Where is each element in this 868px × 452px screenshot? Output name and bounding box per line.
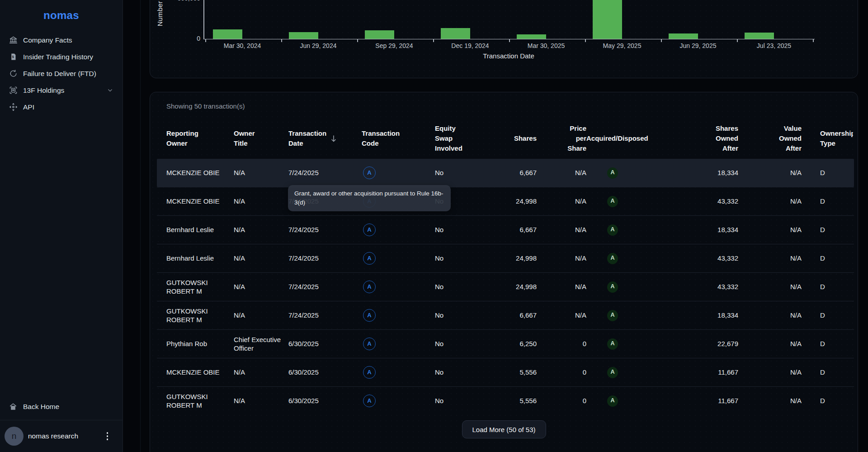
cell-price-per-share: 0	[537, 387, 586, 409]
acquired-badge[interactable]: A	[607, 367, 618, 378]
column-header-acquired-disposed[interactable]: Acquired/Disposed	[586, 118, 675, 159]
table-row[interactable]: Bernhard Leslie N/A 7/24/2025 A No 6,667…	[157, 215, 854, 244]
cell-owner-title: N/A	[234, 244, 288, 272]
transaction-code-badge[interactable]: A	[363, 281, 376, 293]
acquired-badge[interactable]: A	[607, 281, 618, 293]
acquired-badge[interactable]: A	[607, 224, 618, 236]
chevron-down-icon[interactable]	[107, 87, 113, 94]
cell-shares: 24,998	[503, 187, 537, 215]
cell-transaction-date: 7/24/2025	[288, 244, 362, 272]
acquired-badge[interactable]: A	[607, 167, 618, 179]
column-header-price-per-share[interactable]: Price per Share	[537, 118, 586, 159]
acquired-badge[interactable]: A	[607, 196, 618, 207]
bar-jun-29-2025[interactable]	[669, 33, 698, 39]
table-row[interactable]: MCKENZIE OBIE N/A 7/24/2025 A No 24,998 …	[157, 187, 854, 215]
cell-shares-owned-after: 43,332	[675, 273, 738, 301]
cell-reporting-owner: GUTKOWSKI ROBERT M	[157, 387, 234, 409]
column-header-label: Ownership Type	[820, 128, 853, 148]
column-header-reporting-owner[interactable]: Reporting Owner	[157, 118, 234, 159]
column-header-label: Owner Title	[234, 128, 255, 148]
cell-ownership-type: D	[802, 159, 853, 187]
table-row[interactable]: MCKENZIE OBIE N/A 7/24/2025 A No 6,667 N…	[157, 159, 854, 187]
table-header-row: Reporting OwnerOwner TitleTransaction Da…	[157, 118, 854, 159]
bar-mar-30-2025[interactable]	[517, 34, 546, 39]
main-content: Number of Shares 0 300,000 Transaction D…	[123, 0, 868, 452]
column-header-label: Equity Swap Involved	[435, 124, 462, 153]
sidebar-item-failure-to-deliver-ftd[interactable]: Failure to Deliver (FTD)	[0, 65, 123, 82]
cell-transaction-code: A	[362, 387, 435, 409]
cell-acquired-disposed: A	[586, 387, 675, 409]
column-header-label: Price per Share	[567, 124, 586, 153]
svg-text:$: $	[12, 55, 14, 59]
cell-transaction-code: A	[362, 216, 435, 244]
cell-ownership-type: D	[802, 187, 853, 215]
back-home-link[interactable]: Back Home	[0, 397, 123, 416]
table-row[interactable]: Phythian Rob Chief Executive Officer 6/3…	[157, 329, 854, 358]
table-row[interactable]: Bernhard Leslie N/A 7/24/2025 A No 24,99…	[157, 244, 854, 272]
cell-shares: 6,250	[503, 330, 537, 358]
bank-icon	[9, 36, 18, 44]
app-logo[interactable]: nomas	[0, 9, 123, 23]
acquired-badge[interactable]: A	[607, 253, 618, 264]
load-more-button[interactable]: Load More (50 of 53)	[462, 420, 546, 438]
table-row[interactable]: GUTKOWSKI ROBERT M N/A 7/24/2025 A No 6,…	[157, 301, 854, 329]
cell-owner-title: Chief Executive Officer	[234, 330, 288, 358]
acquired-badge[interactable]: A	[607, 395, 618, 407]
transaction-code-badge[interactable]: A	[363, 252, 376, 265]
transaction-code-badge[interactable]: A	[363, 395, 376, 407]
cell-reporting-owner: GUTKOWSKI ROBERT M	[157, 301, 234, 329]
user-menu[interactable]: n nomas research	[0, 420, 123, 452]
column-header-shares-owned-after[interactable]: Shares Owned After	[675, 118, 738, 159]
transaction-code-badge[interactable]: A	[363, 167, 376, 179]
table-row[interactable]: GUTKOWSKI ROBERT M N/A 7/24/2025 A No 24…	[157, 272, 854, 301]
cell-equity-swap: No	[435, 387, 503, 409]
table-row[interactable]: MCKENZIE OBIE N/A 6/30/2025 A No 5,556 0…	[157, 358, 854, 386]
sidebar-item-api[interactable]: API	[0, 99, 123, 115]
sidebar-item-label: API	[23, 103, 34, 111]
cell-transaction-date: 6/30/2025	[288, 330, 362, 358]
document-scan-icon	[9, 86, 18, 95]
acquired-badge[interactable]: A	[607, 338, 618, 350]
cell-reporting-owner: MCKENZIE OBIE	[157, 187, 234, 215]
column-header-value-owned-after[interactable]: Value Owned After	[738, 118, 802, 159]
transaction-code-badge[interactable]: A	[363, 366, 376, 379]
cell-acquired-disposed: A	[586, 273, 675, 301]
cell-ownership-type: D	[802, 216, 853, 244]
column-header-transaction-date[interactable]: Transaction Date	[288, 118, 362, 159]
kebab-menu-icon[interactable]	[106, 429, 109, 443]
sidebar-item-company-facts[interactable]: Company Facts	[0, 32, 123, 48]
column-header-equity-swap-involved[interactable]: Equity Swap Involved	[435, 118, 503, 159]
cell-reporting-owner: MCKENZIE OBIE	[157, 358, 234, 386]
cell-acquired-disposed: A	[586, 301, 675, 329]
bar-dec-19-2024[interactable]	[441, 28, 470, 39]
sidebar-item-13f-holdings[interactable]: 13F Holdings	[0, 82, 123, 99]
column-header-shares[interactable]: Shares	[503, 118, 537, 159]
bar-jul-23-2025[interactable]	[745, 33, 774, 39]
cell-equity-swap: No	[435, 159, 503, 187]
table-row[interactable]: GUTKOWSKI ROBERT M N/A 6/30/2025 A No 5,…	[157, 386, 854, 409]
avatar: n	[5, 427, 24, 446]
cell-equity-swap: No	[435, 273, 503, 301]
sidebar-item-insider-trading-history[interactable]: $ Insider Trading History	[0, 48, 123, 65]
cell-price-per-share: N/A	[537, 216, 586, 244]
column-header-owner-title[interactable]: Owner Title	[234, 118, 288, 159]
cell-price-per-share: 0	[537, 330, 586, 358]
column-header-transaction-code[interactable]: Transaction Code	[362, 118, 435, 159]
cell-transaction-code: A	[362, 330, 435, 358]
home-icon	[9, 403, 17, 411]
cell-owner-title: N/A	[234, 187, 288, 215]
sort-desc-icon	[330, 135, 337, 143]
acquired-badge[interactable]: A	[607, 310, 618, 321]
bar-jun-29-2024[interactable]	[289, 32, 318, 39]
api-icon	[9, 103, 18, 111]
cell-owner-title: N/A	[234, 159, 288, 187]
file-dollar-icon: $	[9, 52, 18, 61]
transaction-code-badge[interactable]: A	[363, 338, 376, 350]
bar-may-29-2025[interactable]	[593, 0, 622, 39]
cell-value-owned-after: N/A	[738, 358, 802, 386]
column-header-ownership-type[interactable]: Ownership Type	[802, 118, 853, 159]
transaction-code-badge[interactable]: A	[363, 309, 376, 322]
bar-mar-30-2024[interactable]	[213, 29, 242, 39]
transaction-code-badge[interactable]: A	[363, 224, 376, 236]
bar-sep-29-2024[interactable]	[365, 30, 394, 39]
